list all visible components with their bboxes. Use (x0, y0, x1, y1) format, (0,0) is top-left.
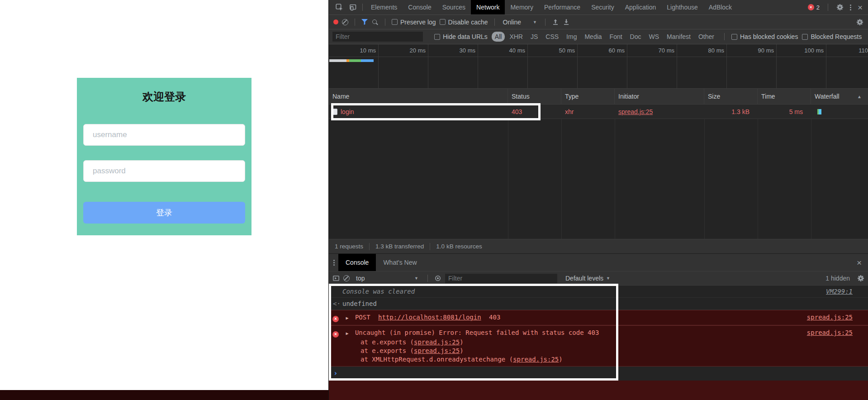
filter-pill-other[interactable]: Other (695, 32, 717, 42)
clear-icon[interactable] (342, 19, 348, 25)
stack-source-link[interactable]: spread.js:25 (513, 356, 559, 363)
source-link[interactable]: spread.js:25 (807, 313, 853, 322)
tab-memory[interactable]: Memory (505, 0, 539, 14)
live-expression-eye-icon[interactable] (434, 275, 441, 282)
settings-gear-icon[interactable] (836, 4, 844, 11)
network-settings-gear-icon[interactable] (856, 19, 863, 26)
search-icon[interactable] (371, 19, 379, 26)
divider (427, 275, 428, 282)
log-levels-dropdown[interactable]: Default levels ▼ (565, 275, 610, 282)
disable-cache-checkbox[interactable]: Disable cache (440, 19, 488, 26)
error-circle-icon: × (332, 331, 339, 338)
console-cleared-text: Console was cleared (342, 288, 415, 295)
device-toolbar-icon[interactable] (346, 3, 360, 11)
filter-pill-doc[interactable]: Doc (627, 32, 645, 42)
devtools-tabbar: Elements Console Sources Network Memory … (329, 0, 868, 15)
tab-lighthouse[interactable]: Lighthouse (661, 0, 703, 14)
page-bottom-strip (0, 390, 328, 400)
timeline-tick: 90 ms (727, 44, 777, 88)
timeline-tick: 80 ms (677, 44, 727, 88)
has-blocked-cookies-checkbox[interactable]: Has blocked cookies (731, 33, 798, 40)
network-request-row[interactable]: login 403 xhr spread.js:25 1.3 kB 5 ms (329, 105, 868, 119)
throttling-dropdown[interactable]: Online ▼ (501, 19, 539, 26)
disable-cache-label: Disable cache (448, 19, 488, 26)
drawer-kebab-menu-icon[interactable] (329, 260, 338, 266)
error-badge[interactable]: × 2 (808, 4, 820, 11)
checkbox-box (802, 34, 808, 40)
timeline-tick: 40 ms (478, 44, 528, 88)
filter-pill-manifest[interactable]: Manifest (664, 32, 694, 42)
console-drawer-tabbar: Console What's New × (329, 253, 868, 271)
filter-pill-ws[interactable]: WS (646, 32, 663, 42)
checkbox-box (440, 19, 446, 25)
timeline-tick: 60 ms (578, 44, 627, 88)
tab-sources[interactable]: Sources (437, 0, 471, 14)
inspect-element-icon[interactable] (332, 3, 346, 11)
expand-triangle-icon[interactable]: ▶ (346, 315, 348, 320)
close-devtools-icon[interactable]: × (858, 3, 863, 12)
login-title: 欢迎登录 (83, 90, 245, 104)
console-filter-input[interactable] (445, 274, 557, 283)
execution-context-dropdown[interactable]: top ▼ (353, 275, 421, 282)
close-drawer-icon[interactable]: × (857, 258, 868, 267)
column-header-initiator[interactable]: Initiator (615, 89, 704, 104)
column-header-waterfall[interactable]: Waterfall ▲ (811, 89, 868, 104)
divider (724, 33, 725, 40)
filter-pill-js[interactable]: JS (527, 32, 541, 42)
column-header-type[interactable]: Type (561, 89, 615, 104)
summary-requests: 1 requests (329, 243, 370, 250)
source-link[interactable]: spread.js:25 (807, 328, 853, 337)
filter-pill-font[interactable]: Font (607, 32, 626, 42)
console-sidebar-icon[interactable] (332, 275, 340, 282)
console-prompt[interactable]: › (329, 367, 868, 377)
timeline-tick: 50 ms (528, 44, 578, 88)
column-header-name[interactable]: Name (329, 89, 508, 104)
tab-elements[interactable]: Elements (365, 0, 403, 14)
drawer-tab-whats-new[interactable]: What's New (376, 254, 424, 271)
clear-console-icon[interactable] (343, 275, 350, 281)
post-url-link[interactable]: http://localhost:8081/login (378, 314, 481, 321)
source-link[interactable]: VM299:1 (826, 287, 853, 296)
login-button[interactable]: 登录 (83, 202, 245, 224)
blocked-requests-checkbox[interactable]: Blocked Requests (802, 33, 862, 40)
preserve-log-label: Preserve log (400, 19, 436, 26)
filter-pill-media[interactable]: Media (581, 32, 605, 42)
network-overview-timeline[interactable]: 10 ms 20 ms 30 ms 40 ms 50 ms 60 ms 70 m… (329, 44, 868, 89)
stack-source-link[interactable]: spread.js:25 (414, 347, 460, 354)
tab-console[interactable]: Console (403, 0, 436, 14)
column-header-status[interactable]: Status (508, 89, 561, 104)
filter-pill-css[interactable]: CSS (542, 32, 562, 42)
tab-network[interactable]: Network (471, 0, 505, 14)
tab-application[interactable]: Application (620, 0, 662, 14)
filter-pill-img[interactable]: Img (563, 32, 580, 42)
document-icon (332, 109, 337, 115)
timeline-tick: 10 ms (329, 44, 379, 88)
password-input[interactable] (83, 160, 245, 182)
tab-security[interactable]: Security (586, 0, 620, 14)
drawer-tab-console[interactable]: Console (338, 254, 376, 271)
initiator-link[interactable]: spread.js:25 (618, 108, 653, 115)
network-table-header: Name Status Type Initiator Size Time Wat… (329, 89, 868, 105)
timeline-tick: 30 ms (428, 44, 478, 88)
filter-pill-xhr[interactable]: XHR (506, 32, 526, 42)
tab-performance[interactable]: Performance (539, 0, 586, 14)
preserve-log-checkbox[interactable]: Preserve log (392, 19, 436, 26)
request-time-cell: 5 ms (758, 105, 811, 119)
console-settings-gear-icon[interactable] (857, 275, 864, 282)
throttling-value: Online (503, 19, 521, 26)
import-har-icon[interactable] (552, 19, 559, 26)
stack-source-link[interactable]: spread.js:25 (414, 338, 460, 346)
tab-adblock[interactable]: AdBlock (703, 0, 737, 14)
network-filter-input[interactable] (332, 32, 423, 42)
filter-pill-all[interactable]: All (492, 32, 505, 42)
kebab-menu-icon[interactable] (849, 4, 852, 11)
filter-funnel-icon[interactable] (361, 19, 368, 25)
hide-data-urls-checkbox[interactable]: Hide data URLs (434, 33, 488, 40)
expand-triangle-icon[interactable]: ▶ (346, 331, 348, 336)
column-header-size[interactable]: Size (704, 89, 758, 104)
username-input[interactable] (83, 124, 245, 146)
record-icon[interactable] (333, 19, 338, 24)
request-name: login (341, 108, 354, 115)
export-har-icon[interactable] (563, 19, 570, 26)
column-header-time[interactable]: Time (758, 89, 811, 104)
